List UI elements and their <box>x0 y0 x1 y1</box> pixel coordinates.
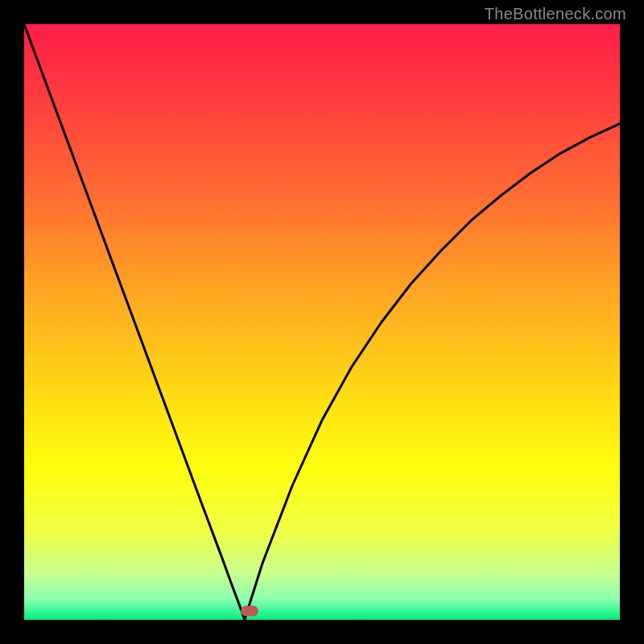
minimum-marker <box>241 605 258 616</box>
chart-frame: TheBottleneck.com <box>0 0 644 644</box>
watermark-text: TheBottleneck.com <box>485 5 626 23</box>
gradient-background <box>24 24 620 620</box>
plot-area <box>24 24 620 620</box>
svg-rect-0 <box>24 24 620 620</box>
